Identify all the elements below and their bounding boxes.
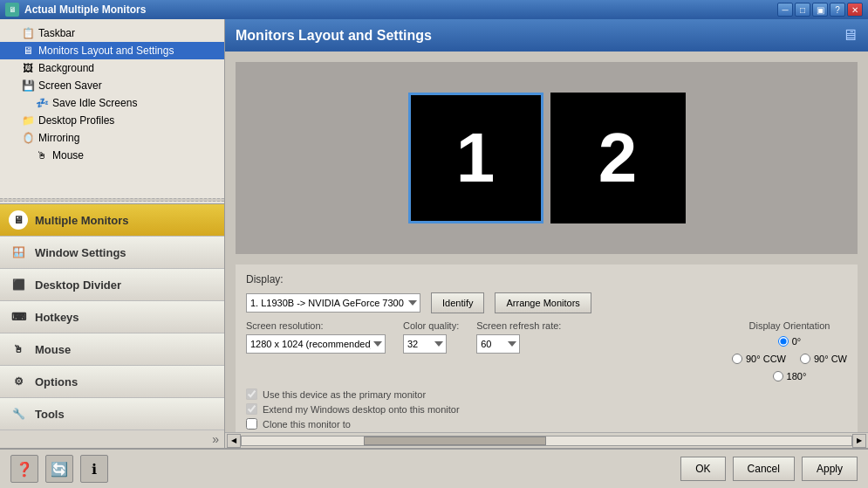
monitor-1[interactable]: 1 xyxy=(408,93,543,223)
nav-btn-label: Window Settings xyxy=(35,246,126,259)
sidebar-item-screensaver[interactable]: 💾 Screen Saver xyxy=(0,77,224,94)
desktop-divider-icon: ⬛ xyxy=(9,275,28,294)
sidebar-item-label: Screen Saver xyxy=(38,79,102,92)
nav-btn-options[interactable]: ⚙ Options xyxy=(0,366,224,398)
clone-label: Clone this monitor to xyxy=(263,419,351,430)
orientation-90ccw-radio[interactable] xyxy=(732,354,742,364)
mouse-icon: 🖱 xyxy=(35,148,49,162)
mirroring-icon: 🪞 xyxy=(21,131,35,145)
hotkeys-icon: ⌨ xyxy=(9,307,28,326)
checkboxes-section: Use this device as the primary monitor E… xyxy=(246,388,847,432)
ok-button[interactable]: OK xyxy=(680,457,725,481)
primary-monitor-checkbox[interactable] xyxy=(246,388,257,400)
nav-btn-tools[interactable]: 🔧 Tools xyxy=(0,398,224,430)
display-dropdown[interactable]: 1. L1930B -> NVIDIA GeForce 7300 GT 2. L… xyxy=(246,293,420,313)
help-button[interactable]: ? xyxy=(830,3,845,17)
screensaver-icon: 💾 xyxy=(21,79,35,93)
display-select-row: 1. L1930B -> NVIDIA GeForce 7300 GT 2. L… xyxy=(246,292,847,313)
content-header: Monitors Layout and Settings 🖥 xyxy=(225,19,868,52)
multiple-monitors-icon: 🖥 xyxy=(9,210,28,230)
settings-row: Screen resolution: 800 x 600 1024 x 768 … xyxy=(246,320,847,381)
minimize-button[interactable]: ─ xyxy=(777,3,793,17)
content-area: Monitors Layout and Settings 🖥 1 2 Disp xyxy=(225,19,868,448)
nav-btn-desktop-divider[interactable]: ⬛ Desktop Divider xyxy=(0,269,224,301)
orientation-90cw-text: 90° CW xyxy=(814,354,847,364)
sidebar-item-label: Save Idle Screens xyxy=(52,97,137,109)
arrange-monitors-button[interactable]: Arrange Monitors xyxy=(495,292,591,313)
nav-btn-mouse[interactable]: 🖱 Mouse xyxy=(0,333,224,366)
apply-button[interactable]: Apply xyxy=(802,457,858,481)
sidebar-item-mouse[interactable]: 🖱 Mouse xyxy=(0,147,224,164)
content-body: 1 2 Display: 1. L1930B -> NVIDIA GeForce… xyxy=(225,52,868,432)
sidebar-item-label: Background xyxy=(38,62,94,74)
clone-checkbox[interactable] xyxy=(246,418,257,430)
sidebar-item-monitors[interactable]: 🖥 Monitors Layout and Settings xyxy=(0,42,224,59)
orientation-0-text: 0° xyxy=(792,336,802,347)
orientation-90cw-label[interactable]: 90° CW xyxy=(800,354,847,364)
scroll-track[interactable] xyxy=(241,436,852,446)
scroll-left-button[interactable]: ◀ xyxy=(227,434,241,448)
footer-icon-help[interactable]: ❓ xyxy=(10,455,38,483)
scroll-thumb[interactable] xyxy=(364,436,547,445)
sidebar-item-taskbar[interactable]: 📋 Taskbar xyxy=(0,24,224,42)
sidebar-item-background[interactable]: 🖼 Background xyxy=(0,59,224,77)
monitor-2[interactable]: 2 xyxy=(550,93,686,223)
restore-button[interactable]: □ xyxy=(795,3,810,17)
orientation-90cw-radio[interactable] xyxy=(800,354,810,364)
nav-btn-label: Desktop Divider xyxy=(35,278,121,292)
nav-btn-hotkeys[interactable]: ⌨ Hotkeys xyxy=(0,301,224,333)
cancel-button[interactable]: Cancel xyxy=(733,457,795,481)
display-row: Display: xyxy=(246,273,847,285)
extend-desktop-label: Extend my Windows desktop onto this moni… xyxy=(263,404,460,415)
sidebar: 📋 Taskbar 🖥 Monitors Layout and Settings… xyxy=(0,19,225,448)
close-button[interactable]: ✕ xyxy=(847,3,863,17)
extend-desktop-row: Extend my Windows desktop onto this moni… xyxy=(246,403,847,415)
nav-btn-label: Mouse xyxy=(35,343,71,356)
sidebar-item-mirroring[interactable]: 🪞 Mirroring xyxy=(0,129,224,147)
resolution-dropdown[interactable]: 800 x 600 1024 x 768 1280 x 1024 (recomm… xyxy=(246,334,386,354)
app-container: 🖥 Actual Multiple Monitors ─ □ ▣ ? ✕ 📋 T… xyxy=(0,0,868,488)
orientation-0-label[interactable]: 0° xyxy=(778,336,802,347)
orientation-section: Display Orientation 0° 90° CCW xyxy=(732,320,847,381)
orientation-90ccw-label[interactable]: 90° CCW xyxy=(732,354,786,364)
monitor-display-area: 1 2 xyxy=(236,62,858,254)
nav-btn-multiple-monitors[interactable]: 🖥 Multiple Monitors xyxy=(0,204,224,237)
footer-icon-update[interactable]: 🔄 xyxy=(45,455,73,483)
desktop-profiles-icon: 📁 xyxy=(21,113,35,127)
footer: ❓ 🔄 ℹ OK Cancel Apply xyxy=(0,448,868,488)
scroll-area: ◀ ▶ xyxy=(225,432,868,448)
sidebar-item-label: Monitors Layout and Settings xyxy=(38,45,174,57)
orientation-180-label[interactable]: 180° xyxy=(773,371,807,381)
refresh-rate-group: Screen refresh rate: 60 75 85 xyxy=(476,320,561,354)
orientation-label: Display Orientation xyxy=(732,320,847,331)
footer-icon-info[interactable]: ℹ xyxy=(80,455,108,483)
resolution-group: Screen resolution: 800 x 600 1024 x 768 … xyxy=(246,320,386,354)
sidebar-item-save-idle[interactable]: 💤 Save Idle Screens xyxy=(0,94,224,112)
orientation-middle-row: 90° CCW 90° CW xyxy=(732,354,847,364)
footer-buttons: OK Cancel Apply xyxy=(680,457,858,481)
maximize-button[interactable]: ▣ xyxy=(812,3,828,17)
extend-desktop-checkbox[interactable] xyxy=(246,403,257,415)
sidebar-separator xyxy=(0,198,224,202)
orientation-0-row: 0° xyxy=(732,336,847,347)
title-bar: 🖥 Actual Multiple Monitors ─ □ ▣ ? ✕ xyxy=(0,0,868,19)
nav-btn-label: Multiple Monitors xyxy=(35,214,129,227)
sidebar-item-desktop-profiles[interactable]: 📁 Desktop Profiles xyxy=(0,112,224,129)
nav-btn-window-settings[interactable]: 🪟 Window Settings xyxy=(0,237,224,269)
refresh-rate-label: Screen refresh rate: xyxy=(476,320,561,331)
orientation-180-radio[interactable] xyxy=(773,371,783,381)
resolution-label: Screen resolution: xyxy=(246,320,386,331)
sidebar-item-label: Taskbar xyxy=(38,27,75,39)
window-settings-icon: 🪟 xyxy=(9,243,28,262)
scroll-right-button[interactable]: ▶ xyxy=(852,434,866,448)
clone-section: Clone this monitor to L1730B xyxy=(246,418,847,432)
orientation-0-radio[interactable] xyxy=(778,336,789,347)
expand-icon[interactable]: » xyxy=(212,432,219,446)
sidebar-item-label: Desktop Profiles xyxy=(38,114,114,127)
identify-button[interactable]: Identify xyxy=(431,292,484,313)
app-icon: 🖥 xyxy=(5,3,19,17)
expand-collapse-area: » xyxy=(0,430,224,448)
refresh-rate-dropdown[interactable]: 60 75 85 xyxy=(476,334,520,354)
sidebar-tree: 📋 Taskbar 🖥 Monitors Layout and Settings… xyxy=(0,19,224,196)
color-quality-dropdown[interactable]: 16 32 xyxy=(403,334,447,354)
